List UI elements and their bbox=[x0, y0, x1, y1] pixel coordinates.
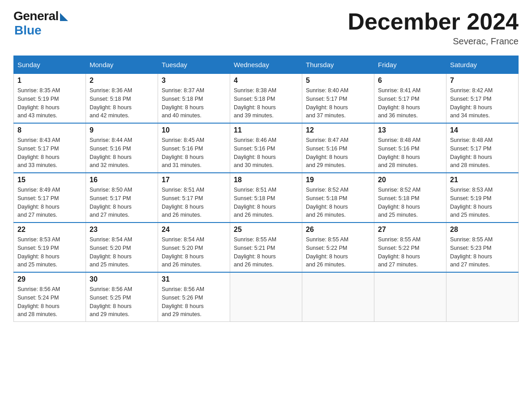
day-info: Sunrise: 8:51 AM Sunset: 5:17 PM Dayligh… bbox=[162, 186, 226, 219]
location-text: Severac, France bbox=[348, 36, 519, 47]
logo[interactable]: General Blue bbox=[13, 9, 68, 38]
day-info: Sunrise: 8:56 AM Sunset: 5:26 PM Dayligh… bbox=[162, 285, 226, 319]
day-info: Sunrise: 8:41 AM Sunset: 5:17 PM Dayligh… bbox=[378, 86, 442, 120]
col-saturday: Saturday bbox=[446, 56, 519, 73]
day-info: Sunrise: 8:54 AM Sunset: 5:20 PM Dayligh… bbox=[90, 235, 154, 269]
day-info: Sunrise: 8:46 AM Sunset: 5:16 PM Dayligh… bbox=[234, 136, 298, 170]
day-number: 13 bbox=[378, 126, 442, 134]
calendar-cell: 14 Sunrise: 8:48 AM Sunset: 5:17 PM Dayl… bbox=[446, 123, 519, 173]
day-number: 2 bbox=[90, 77, 154, 85]
day-number: 6 bbox=[378, 77, 442, 85]
day-info: Sunrise: 8:53 AM Sunset: 5:19 PM Dayligh… bbox=[450, 186, 515, 219]
week-row-4: 22 Sunrise: 8:53 AM Sunset: 5:19 PM Dayl… bbox=[14, 223, 519, 272]
calendar-cell: 22 Sunrise: 8:53 AM Sunset: 5:19 PM Dayl… bbox=[14, 223, 86, 272]
day-info: Sunrise: 8:54 AM Sunset: 5:20 PM Dayligh… bbox=[162, 235, 226, 269]
day-number: 19 bbox=[306, 176, 370, 184]
day-number: 31 bbox=[162, 275, 226, 283]
day-number: 15 bbox=[17, 176, 82, 184]
calendar-cell: 31 Sunrise: 8:56 AM Sunset: 5:26 PM Dayl… bbox=[158, 272, 230, 322]
day-number: 14 bbox=[450, 126, 515, 134]
title-area: December 2024 Severac, France bbox=[348, 9, 519, 47]
day-info: Sunrise: 8:55 AM Sunset: 5:22 PM Dayligh… bbox=[306, 235, 370, 269]
day-number: 7 bbox=[450, 77, 515, 85]
day-info: Sunrise: 8:52 AM Sunset: 5:18 PM Dayligh… bbox=[306, 186, 370, 219]
day-info: Sunrise: 8:56 AM Sunset: 5:25 PM Dayligh… bbox=[90, 285, 154, 319]
calendar-cell bbox=[230, 272, 302, 322]
calendar-cell: 6 Sunrise: 8:41 AM Sunset: 5:17 PM Dayli… bbox=[374, 73, 446, 123]
day-info: Sunrise: 8:48 AM Sunset: 5:17 PM Dayligh… bbox=[450, 136, 515, 170]
calendar-cell: 13 Sunrise: 8:48 AM Sunset: 5:16 PM Dayl… bbox=[374, 123, 446, 173]
day-number: 12 bbox=[306, 126, 370, 134]
day-info: Sunrise: 8:49 AM Sunset: 5:17 PM Dayligh… bbox=[17, 186, 82, 219]
calendar-cell: 16 Sunrise: 8:50 AM Sunset: 5:17 PM Dayl… bbox=[86, 173, 158, 223]
calendar-cell: 29 Sunrise: 8:56 AM Sunset: 5:24 PM Dayl… bbox=[14, 272, 86, 322]
day-number: 23 bbox=[90, 226, 154, 234]
day-info: Sunrise: 8:42 AM Sunset: 5:17 PM Dayligh… bbox=[450, 86, 515, 120]
calendar-cell: 9 Sunrise: 8:44 AM Sunset: 5:16 PM Dayli… bbox=[86, 123, 158, 173]
day-info: Sunrise: 8:50 AM Sunset: 5:17 PM Dayligh… bbox=[90, 186, 154, 219]
day-info: Sunrise: 8:37 AM Sunset: 5:18 PM Dayligh… bbox=[162, 86, 226, 120]
calendar-cell: 24 Sunrise: 8:54 AM Sunset: 5:20 PM Dayl… bbox=[158, 223, 230, 272]
calendar-cell: 8 Sunrise: 8:43 AM Sunset: 5:17 PM Dayli… bbox=[14, 123, 86, 173]
day-number: 30 bbox=[90, 275, 154, 283]
calendar-cell: 12 Sunrise: 8:47 AM Sunset: 5:16 PM Dayl… bbox=[302, 123, 374, 173]
day-number: 27 bbox=[378, 226, 442, 234]
calendar-cell: 20 Sunrise: 8:52 AM Sunset: 5:18 PM Dayl… bbox=[374, 173, 446, 223]
day-info: Sunrise: 8:36 AM Sunset: 5:18 PM Dayligh… bbox=[90, 86, 154, 120]
day-info: Sunrise: 8:44 AM Sunset: 5:16 PM Dayligh… bbox=[90, 136, 154, 170]
day-number: 20 bbox=[378, 176, 442, 184]
calendar-cell: 1 Sunrise: 8:35 AM Sunset: 5:19 PM Dayli… bbox=[14, 73, 86, 123]
calendar-cell: 11 Sunrise: 8:46 AM Sunset: 5:16 PM Dayl… bbox=[230, 123, 302, 173]
day-info: Sunrise: 8:52 AM Sunset: 5:18 PM Dayligh… bbox=[378, 186, 442, 219]
day-info: Sunrise: 8:51 AM Sunset: 5:18 PM Dayligh… bbox=[234, 186, 298, 219]
col-friday: Friday bbox=[374, 56, 446, 73]
week-row-3: 15 Sunrise: 8:49 AM Sunset: 5:17 PM Dayl… bbox=[14, 173, 519, 223]
day-number: 18 bbox=[234, 176, 298, 184]
week-row-5: 29 Sunrise: 8:56 AM Sunset: 5:24 PM Dayl… bbox=[14, 272, 519, 322]
day-info: Sunrise: 8:40 AM Sunset: 5:17 PM Dayligh… bbox=[306, 86, 370, 120]
day-info: Sunrise: 8:48 AM Sunset: 5:16 PM Dayligh… bbox=[378, 136, 442, 170]
calendar-cell bbox=[374, 272, 446, 322]
day-number: 4 bbox=[234, 77, 298, 85]
day-number: 26 bbox=[306, 226, 370, 234]
calendar-cell: 23 Sunrise: 8:54 AM Sunset: 5:20 PM Dayl… bbox=[86, 223, 158, 272]
calendar-cell: 10 Sunrise: 8:45 AM Sunset: 5:16 PM Dayl… bbox=[158, 123, 230, 173]
day-number: 17 bbox=[162, 176, 226, 184]
col-sunday: Sunday bbox=[14, 56, 86, 73]
logo-blue-text: Blue bbox=[14, 23, 42, 38]
day-number: 9 bbox=[90, 126, 154, 134]
day-number: 24 bbox=[162, 226, 226, 234]
calendar-cell: 17 Sunrise: 8:51 AM Sunset: 5:17 PM Dayl… bbox=[158, 173, 230, 223]
day-number: 28 bbox=[450, 226, 515, 234]
month-title: December 2024 bbox=[348, 9, 519, 34]
calendar-cell bbox=[446, 272, 519, 322]
week-row-1: 1 Sunrise: 8:35 AM Sunset: 5:19 PM Dayli… bbox=[14, 73, 519, 123]
day-info: Sunrise: 8:47 AM Sunset: 5:16 PM Dayligh… bbox=[306, 136, 370, 170]
logo-arrow-icon bbox=[60, 13, 68, 21]
header-row: Sunday Monday Tuesday Wednesday Thursday… bbox=[14, 56, 519, 73]
day-number: 10 bbox=[162, 126, 226, 134]
day-info: Sunrise: 8:38 AM Sunset: 5:18 PM Dayligh… bbox=[234, 86, 298, 120]
calendar-cell: 19 Sunrise: 8:52 AM Sunset: 5:18 PM Dayl… bbox=[302, 173, 374, 223]
day-info: Sunrise: 8:55 AM Sunset: 5:23 PM Dayligh… bbox=[450, 235, 515, 269]
day-number: 11 bbox=[234, 126, 298, 134]
day-number: 25 bbox=[234, 226, 298, 234]
day-info: Sunrise: 8:53 AM Sunset: 5:19 PM Dayligh… bbox=[17, 235, 82, 269]
calendar-cell: 30 Sunrise: 8:56 AM Sunset: 5:25 PM Dayl… bbox=[86, 272, 158, 322]
col-thursday: Thursday bbox=[302, 56, 374, 73]
day-info: Sunrise: 8:35 AM Sunset: 5:19 PM Dayligh… bbox=[17, 86, 82, 120]
day-number: 1 bbox=[17, 77, 82, 85]
calendar-cell: 3 Sunrise: 8:37 AM Sunset: 5:18 PM Dayli… bbox=[158, 73, 230, 123]
calendar-cell: 27 Sunrise: 8:55 AM Sunset: 5:22 PM Dayl… bbox=[374, 223, 446, 272]
calendar-cell bbox=[302, 272, 374, 322]
day-number: 3 bbox=[162, 77, 226, 85]
calendar-table: Sunday Monday Tuesday Wednesday Thursday… bbox=[13, 56, 519, 322]
day-info: Sunrise: 8:55 AM Sunset: 5:21 PM Dayligh… bbox=[234, 235, 298, 269]
day-info: Sunrise: 8:45 AM Sunset: 5:16 PM Dayligh… bbox=[162, 136, 226, 170]
calendar-cell: 25 Sunrise: 8:55 AM Sunset: 5:21 PM Dayl… bbox=[230, 223, 302, 272]
day-number: 21 bbox=[450, 176, 515, 184]
day-number: 29 bbox=[17, 275, 82, 283]
calendar-cell: 26 Sunrise: 8:55 AM Sunset: 5:22 PM Dayl… bbox=[302, 223, 374, 272]
col-wednesday: Wednesday bbox=[230, 56, 302, 73]
calendar-cell: 2 Sunrise: 8:36 AM Sunset: 5:18 PM Dayli… bbox=[86, 73, 158, 123]
